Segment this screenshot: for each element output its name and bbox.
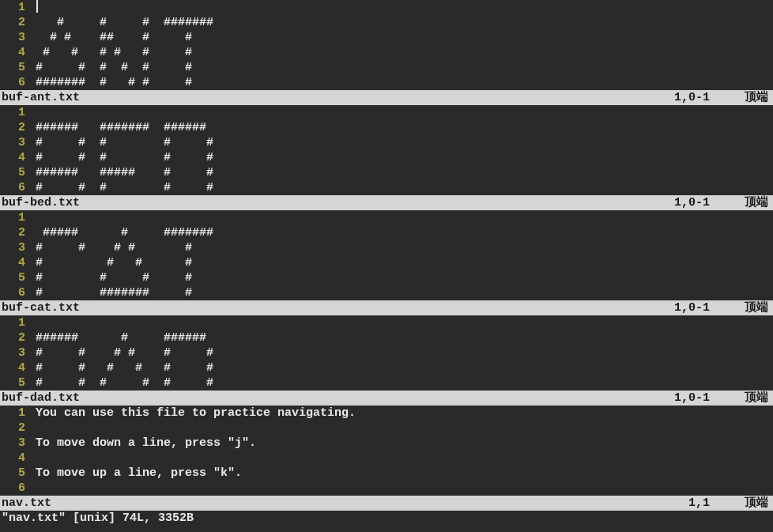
- buffer-line[interactable]: 4 # # # # # #: [0, 45, 773, 60]
- line-text: # # # # #: [28, 135, 213, 150]
- buffer-window[interactable]: 1 2 ###### ####### ######3 # # # # #4 # …: [0, 105, 773, 210]
- line-text: # # # # #: [28, 240, 192, 255]
- line-number: 5: [0, 375, 28, 391]
- line-text: # ####### #: [28, 285, 192, 300]
- status-position: 1,1: [688, 496, 726, 511]
- line-text: [28, 210, 36, 225]
- status-filename: nav.txt: [0, 496, 688, 511]
- vim-editor[interactable]: 1 2 # # # #######3 # # ## # #4 # # # # #…: [0, 0, 773, 532]
- line-text: [28, 421, 36, 436]
- status-indicator: 顶端: [726, 391, 773, 406]
- line-text: [28, 451, 36, 466]
- buffer-line[interactable]: 1: [0, 105, 773, 120]
- line-text: [28, 0, 36, 15]
- line-text: You can use this file to practice naviga…: [28, 406, 356, 421]
- buffer-line[interactable]: 4 # # # #: [0, 255, 773, 270]
- buffer-line[interactable]: 2 # # # #######: [0, 15, 773, 30]
- buffer-line[interactable]: 6 # ####### #: [0, 285, 773, 300]
- line-text: # # # # # #: [28, 60, 192, 75]
- line-number: 2: [0, 120, 28, 135]
- line-text: # # # # # #: [28, 45, 192, 60]
- buffer-line[interactable]: 1 You can use this file to practice navi…: [0, 406, 773, 421]
- command-line[interactable]: "nav.txt" [unix] 74L, 3352B: [0, 511, 773, 526]
- buffer-line[interactable]: 3 # # # # #: [0, 135, 773, 150]
- status-indicator: 顶端: [726, 195, 773, 210]
- buffer-window[interactable]: 1 You can use this file to practice navi…: [0, 406, 773, 511]
- line-number: 6: [0, 481, 28, 496]
- line-number: 6: [0, 75, 28, 90]
- buffer-line[interactable]: 5 # # # # # #: [0, 60, 773, 75]
- line-number: 4: [0, 451, 28, 466]
- status-line: buf-ant.txt1,0-1顶端: [0, 90, 773, 105]
- buffer-line[interactable]: 1: [0, 0, 773, 15]
- line-number: 4: [0, 150, 28, 165]
- status-filename: buf-bed.txt: [0, 195, 674, 210]
- line-text: ##### # #######: [28, 225, 213, 240]
- line-number: 1: [0, 210, 28, 225]
- line-number: 2: [0, 421, 28, 436]
- line-number: 1: [0, 406, 28, 421]
- line-number: 3: [0, 30, 28, 45]
- buffer-line[interactable]: 5 To move up a line, press "k".: [0, 466, 773, 481]
- line-number: 5: [0, 270, 28, 285]
- line-number: 4: [0, 255, 28, 270]
- buffer-line[interactable]: 2 ###### # ######: [0, 330, 773, 345]
- buffer-line[interactable]: 5 ###### ##### # #: [0, 165, 773, 180]
- buffer-line[interactable]: 5 # # # # # #: [0, 375, 773, 391]
- line-number: 5: [0, 165, 28, 180]
- status-filename: buf-ant.txt: [0, 90, 674, 105]
- buffer-window[interactable]: 1 2 # # # #######3 # # ## # #4 # # # # #…: [0, 0, 773, 105]
- status-position: 1,0-1: [674, 195, 726, 210]
- status-line: nav.txt1,1顶端: [0, 496, 773, 511]
- line-number: 1: [0, 105, 28, 120]
- line-number: 6: [0, 285, 28, 300]
- buffer-line[interactable]: 4: [0, 451, 773, 466]
- buffer-line[interactable]: 6 ####### # # # #: [0, 75, 773, 90]
- buffer-line[interactable]: 6 # # # # #: [0, 180, 773, 195]
- status-line: buf-cat.txt1,0-1顶端: [0, 300, 773, 315]
- buffer-line[interactable]: 3 # # # # # #: [0, 345, 773, 360]
- buffer-line[interactable]: 5 # # # #: [0, 270, 773, 285]
- line-text: # # # # # #: [28, 345, 213, 360]
- status-indicator: 顶端: [726, 496, 773, 511]
- line-text: # # # # #: [28, 150, 213, 165]
- buffer-line[interactable]: 4 # # # # #: [0, 150, 773, 165]
- line-text: # # # # # #: [28, 360, 213, 375]
- buffer-line[interactable]: 1: [0, 315, 773, 330]
- line-number: 4: [0, 360, 28, 375]
- status-line: buf-bed.txt1,0-1顶端: [0, 195, 773, 210]
- status-indicator: 顶端: [726, 300, 773, 315]
- line-number: 1: [0, 315, 28, 330]
- buffer-window[interactable]: 1 2 ##### # #######3 # # # # #4 # # # #5…: [0, 210, 773, 315]
- line-text: To move down a line, press "j".: [28, 436, 256, 451]
- status-filename: buf-dad.txt: [0, 391, 674, 406]
- line-text: # # # # #: [28, 180, 213, 195]
- line-number: 1: [0, 0, 28, 15]
- line-text: ###### ####### ######: [28, 120, 206, 135]
- line-number: 6: [0, 180, 28, 195]
- buffer-line[interactable]: 3 # # # # #: [0, 240, 773, 255]
- buffer-line[interactable]: 2 ##### # #######: [0, 225, 773, 240]
- line-number: 2: [0, 330, 28, 345]
- line-text: [28, 105, 36, 120]
- line-text: [28, 315, 36, 330]
- line-text: # # # #: [28, 255, 192, 270]
- status-position: 1,0-1: [674, 300, 726, 315]
- line-number: 5: [0, 60, 28, 75]
- buffer-window[interactable]: 1 2 ###### # ######3 # # # # # #4 # # # …: [0, 315, 773, 406]
- line-text: ####### # # # #: [28, 75, 192, 90]
- line-text: [28, 481, 36, 496]
- buffer-line[interactable]: 4 # # # # # #: [0, 360, 773, 375]
- buffer-line[interactable]: 3 # # ## # #: [0, 30, 773, 45]
- status-filename: buf-cat.txt: [0, 300, 674, 315]
- buffer-line[interactable]: 6: [0, 481, 773, 496]
- status-line: buf-dad.txt1,0-1顶端: [0, 391, 773, 406]
- line-number: 3: [0, 135, 28, 150]
- buffer-line[interactable]: 2 ###### ####### ######: [0, 120, 773, 135]
- buffer-line[interactable]: 1: [0, 210, 773, 225]
- line-number: 5: [0, 466, 28, 481]
- buffer-line[interactable]: 2: [0, 421, 773, 436]
- line-number: 3: [0, 345, 28, 360]
- line-text: ###### # ######: [28, 330, 206, 345]
- buffer-line[interactable]: 3 To move down a line, press "j".: [0, 436, 773, 451]
